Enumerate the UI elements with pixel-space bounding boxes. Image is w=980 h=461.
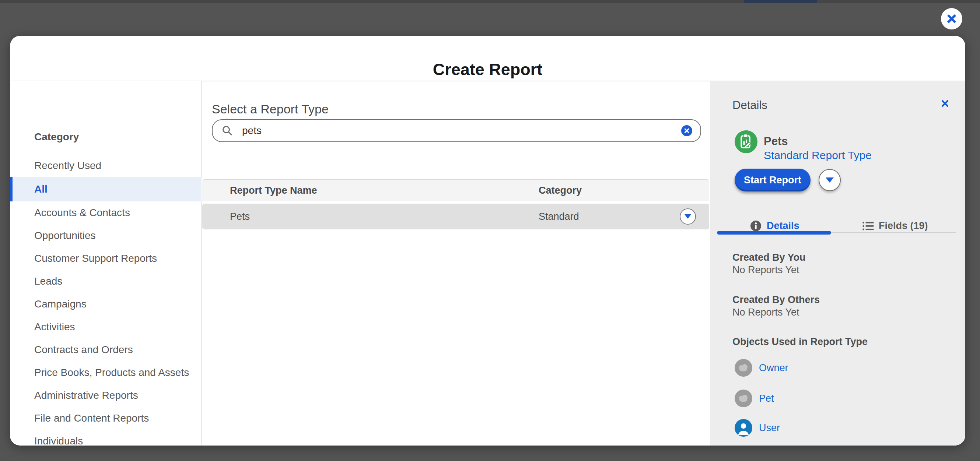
object-link-label: Pet	[759, 393, 774, 404]
sidebar-item-label: Activities	[34, 321, 75, 333]
row-actions-dropdown-button[interactable]	[680, 208, 696, 225]
sidebar-item-file-content-reports[interactable]: File and Content Reports	[10, 407, 202, 430]
table-header-row: Report Type Name Category	[202, 179, 709, 201]
sidebar-item-label: Campaigns	[34, 298, 87, 310]
details-panel-close-button[interactable]	[939, 98, 951, 109]
start-report-button[interactable]: Start Report	[735, 169, 811, 191]
selected-report-type-link[interactable]: Standard Report Type	[764, 149, 872, 162]
default-record-icon	[735, 389, 752, 407]
default-record-icon	[735, 359, 752, 377]
sidebar-item-label: File and Content Reports	[34, 412, 149, 424]
start-report-dropdown-button[interactable]	[819, 169, 841, 191]
sidebar-item-label: Individuals	[34, 435, 83, 445]
sidebar-item-activities[interactable]: Activities	[10, 316, 202, 339]
sidebar-item-label: Opportunities	[34, 230, 96, 242]
sidebar-item-label: Administrative Reports	[34, 389, 138, 401]
sidebar-item-accounts-contacts[interactable]: Accounts & Contacts	[10, 202, 202, 224]
created-by-others-status: No Reports Yet	[732, 307, 799, 318]
created-by-you-status: No Reports Yet	[732, 264, 799, 276]
object-link-label: User	[759, 422, 780, 434]
created-by-you-heading: Created By You	[732, 252, 806, 263]
sidebar-item-customer-support-reports[interactable]: Customer Support Reports	[10, 247, 202, 270]
report-type-icon	[735, 130, 757, 153]
sidebar-item-label: All	[34, 183, 48, 195]
column-header-report-type-name: Report Type Name	[230, 185, 317, 196]
search-icon	[221, 125, 233, 137]
object-item-owner[interactable]: Owner	[735, 359, 788, 377]
selected-report-type-name: Pets	[764, 135, 788, 148]
tab-label: Details	[767, 220, 799, 232]
sidebar-item-label: Recently Used	[34, 160, 101, 172]
sidebar-item-label: Customer Support Reports	[34, 253, 157, 264]
clear-x-icon	[684, 128, 690, 134]
close-icon	[939, 98, 951, 109]
sidebar-item-administrative-reports[interactable]: Administrative Reports	[10, 384, 202, 407]
sidebar-item-leads[interactable]: Leads	[10, 270, 202, 293]
sidebar-item-price-books-products-assets[interactable]: Price Books, Products and Assets	[10, 361, 202, 384]
column-header-category: Category	[539, 185, 582, 196]
sidebar-list: Recently Used All Accounts & Contacts Op…	[10, 154, 202, 445]
details-panel-heading: Details	[732, 99, 767, 112]
tab-label: Fields (19)	[879, 220, 928, 232]
modal-title: Create Report	[10, 60, 965, 79]
close-icon	[945, 13, 958, 25]
category-sidebar: Category Recently Used All Accounts & Co…	[10, 81, 202, 445]
table-row-pets[interactable]: Pets Standard	[202, 203, 709, 229]
sidebar-item-campaigns[interactable]: Campaigns	[10, 293, 202, 316]
sidebar-item-opportunities[interactable]: Opportunities	[10, 224, 202, 247]
tab-fields[interactable]: Fields (19)	[862, 220, 928, 232]
tab-details[interactable]: Details	[750, 220, 799, 232]
sidebar-item-individuals[interactable]: Individuals	[10, 430, 202, 445]
user-icon	[735, 419, 752, 437]
sidebar-item-recently-used[interactable]: Recently Used	[10, 154, 202, 177]
chevron-down-icon	[826, 178, 834, 183]
sidebar-item-label: Price Books, Products and Assets	[34, 367, 189, 378]
sidebar-item-label: Accounts & Contacts	[34, 207, 130, 219]
info-icon	[750, 220, 762, 232]
clear-search-button[interactable]	[681, 125, 692, 136]
object-item-pet[interactable]: Pet	[735, 389, 774, 407]
sidebar-item-all[interactable]: All	[10, 177, 202, 202]
sidebar-item-label: Contracts and Orders	[34, 344, 133, 356]
object-link-label: Owner	[759, 362, 788, 374]
created-by-others-heading: Created By Others	[732, 294, 820, 305]
field-list-icon	[862, 221, 874, 231]
sidebar-item-contracts-orders[interactable]: Contracts and Orders	[10, 339, 202, 361]
background-page-remnant	[744, 0, 817, 3]
modal-close-button[interactable]	[941, 8, 963, 29]
backdrop-top-strip	[0, 0, 980, 3]
cell-report-type-name: Pets	[230, 211, 250, 223]
details-panel: Details Pets Standard Report Type Start …	[710, 81, 965, 445]
cell-category: Standard	[539, 211, 579, 223]
objects-used-heading: Objects Used in Report Type	[732, 336, 868, 348]
chevron-down-icon	[684, 214, 691, 219]
object-item-user[interactable]: User	[735, 419, 780, 437]
sidebar-heading: Category	[34, 131, 79, 143]
search-input[interactable]	[241, 124, 681, 137]
report-type-search	[212, 119, 701, 142]
select-report-type-heading: Select a Report Type	[212, 102, 329, 116]
create-report-modal: Create Report Category Recently Used All…	[10, 36, 965, 445]
sidebar-item-label: Leads	[34, 275, 62, 287]
